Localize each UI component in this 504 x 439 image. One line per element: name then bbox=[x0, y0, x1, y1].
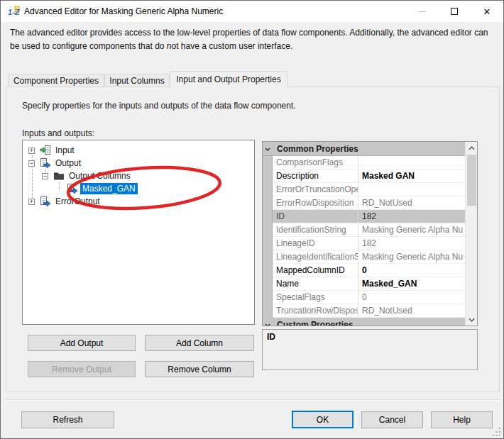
property-name: TruncationRowDisposi bbox=[273, 304, 358, 318]
property-value[interactable]: RD_NotUsed bbox=[358, 304, 465, 318]
masking-component-icon: 1-Z bbox=[8, 6, 20, 18]
resize-grip[interactable] bbox=[492, 427, 501, 436]
dialog-description: The advanced editor provides access to t… bbox=[10, 26, 498, 53]
tab-component-properties[interactable]: Component Properties bbox=[8, 74, 104, 87]
property-value[interactable]: 0 bbox=[358, 291, 465, 304]
property-name: Description bbox=[273, 170, 358, 183]
property-row-name[interactable]: NameMasked_GAN bbox=[263, 277, 465, 291]
scrollbar-thumb[interactable] bbox=[467, 155, 476, 206]
property-row-specialflags[interactable]: SpecialFlags0 bbox=[263, 291, 465, 304]
tree-item-label[interactable]: Input bbox=[53, 145, 77, 156]
collapse-chevron-icon[interactable] bbox=[263, 320, 273, 327]
tree-item-erroroutput[interactable]: +ErrorOutput bbox=[23, 195, 254, 208]
row-gutter bbox=[263, 170, 273, 183]
minimize-icon bbox=[418, 11, 426, 12]
scroll-up-icon[interactable] bbox=[466, 142, 478, 154]
property-name: ID bbox=[273, 210, 358, 223]
property-row-errorortruncationoper[interactable]: ErrorOrTruncationOper bbox=[263, 183, 465, 196]
property-row-description[interactable]: DescriptionMasked GAN bbox=[263, 170, 465, 183]
collapse-minus-icon[interactable]: − bbox=[28, 160, 35, 167]
ok-button[interactable]: OK bbox=[292, 411, 354, 428]
property-row-id[interactable]: ID182 bbox=[263, 210, 465, 223]
property-value[interactable]: 182 bbox=[358, 210, 465, 223]
tree-item-label[interactable]: ErrorOutput bbox=[53, 196, 102, 207]
tree-item-label[interactable]: Masked_GAN bbox=[80, 183, 138, 194]
cancel-button[interactable]: Cancel bbox=[361, 411, 423, 428]
row-gutter bbox=[263, 223, 273, 237]
remove-output-button: Remove Output bbox=[28, 361, 136, 377]
minimize-button bbox=[405, 1, 438, 22]
tree-item-output[interactable]: −Output bbox=[23, 157, 254, 170]
output-icon bbox=[40, 196, 51, 207]
titlebar[interactable]: 1-Z Advanced Editor for Masking Generic … bbox=[1, 1, 503, 22]
property-value[interactable]: Masking Generic Alpha Nu bbox=[358, 223, 465, 237]
property-value[interactable]: RD_NotUsed bbox=[358, 196, 465, 210]
page-instruction: Specify properties for the inputs and ou… bbox=[22, 101, 296, 111]
maximize-button[interactable] bbox=[438, 1, 471, 22]
selected-property-name: ID bbox=[267, 332, 473, 342]
folder-icon bbox=[53, 170, 65, 182]
tree-item-input[interactable]: +Input bbox=[23, 144, 254, 157]
help-button[interactable]: Help bbox=[431, 411, 493, 428]
tree-item-output-columns[interactable]: −Output Columns bbox=[23, 170, 254, 182]
property-row-lineageid[interactable]: LineageID182 bbox=[263, 237, 465, 250]
property-value[interactable]: Masking Generic Alpha Nu bbox=[358, 250, 465, 264]
property-row-mappedcolumnid[interactable]: MappedColumnID0 bbox=[263, 264, 465, 277]
row-gutter bbox=[263, 183, 273, 196]
property-value[interactable]: Masked_GAN bbox=[358, 277, 465, 291]
refresh-button[interactable]: Refresh bbox=[21, 411, 114, 428]
row-gutter bbox=[263, 210, 273, 223]
advanced-editor-dialog: 1-Z Advanced Editor for Masking Generic … bbox=[0, 0, 504, 439]
property-name: ComparisonFlags bbox=[273, 156, 358, 170]
scroll-down-icon[interactable] bbox=[466, 313, 478, 326]
svg-text:1-Z: 1-Z bbox=[8, 8, 20, 16]
property-row-identificationstring[interactable]: IdentificationStringMasking Generic Alph… bbox=[263, 223, 465, 237]
property-name: SpecialFlags bbox=[273, 291, 358, 304]
inputs-outputs-tree[interactable]: +Input−Output−Output ColumnsMasked_GAN+E… bbox=[22, 140, 255, 325]
close-icon: ✕ bbox=[483, 7, 491, 16]
expand-plus-icon[interactable]: + bbox=[28, 199, 35, 205]
row-gutter bbox=[263, 156, 273, 170]
collapse-chevron-icon[interactable] bbox=[263, 144, 273, 154]
row-gutter bbox=[263, 291, 273, 304]
property-value[interactable]: Masked GAN bbox=[358, 170, 465, 183]
property-grid[interactable]: Common Properties ComparisonFlagsDescrip… bbox=[262, 141, 478, 326]
window-title: Advanced Editor for Masking Generic Alph… bbox=[24, 6, 223, 16]
row-gutter bbox=[263, 237, 273, 250]
property-row-truncationrowdisposi[interactable]: TruncationRowDisposiRD_NotUsed bbox=[263, 304, 465, 318]
tab-input-output-properties[interactable]: Input and Output Properties bbox=[170, 71, 287, 87]
tree-item-label[interactable]: Output bbox=[53, 157, 83, 169]
property-row-lineageidentifications[interactable]: LineageIdentificationSMasking Generic Al… bbox=[263, 250, 465, 264]
add-output-button[interactable]: Add Output bbox=[28, 335, 136, 351]
output-icon bbox=[67, 183, 78, 194]
custom-properties-header[interactable]: Custom Properties bbox=[263, 318, 465, 326]
property-name: IdentificationString bbox=[273, 223, 358, 237]
add-column-button[interactable]: Add Column bbox=[145, 335, 254, 351]
property-value[interactable] bbox=[358, 183, 465, 196]
close-button[interactable]: ✕ bbox=[471, 1, 503, 22]
section-title: Custom Properties bbox=[273, 320, 353, 327]
section-title: Common Properties bbox=[273, 144, 358, 154]
grid-scrollbar[interactable] bbox=[465, 142, 477, 326]
property-name: ErrorRowDisposition bbox=[273, 196, 358, 210]
property-help-panel: ID bbox=[262, 329, 478, 370]
remove-column-button[interactable]: Remove Column bbox=[145, 361, 254, 377]
tree-item-label[interactable]: Output Columns bbox=[67, 170, 133, 182]
property-name: ErrorOrTruncationOper bbox=[273, 183, 358, 196]
property-value[interactable]: 182 bbox=[358, 237, 465, 250]
property-row-comparisonflags[interactable]: ComparisonFlags bbox=[263, 156, 465, 170]
maximize-icon bbox=[451, 8, 458, 15]
expand-plus-icon[interactable]: + bbox=[28, 148, 35, 154]
property-row-errorrowdisposition[interactable]: ErrorRowDispositionRD_NotUsed bbox=[263, 196, 465, 210]
property-rows: ComparisonFlagsDescriptionMasked GANErro… bbox=[263, 156, 477, 318]
property-value[interactable]: 0 bbox=[358, 264, 465, 277]
tree-caption: Inputs and outputs: bbox=[22, 128, 94, 138]
property-name: LineageID bbox=[273, 237, 358, 250]
property-name: LineageIdentificationS bbox=[273, 250, 358, 264]
property-value[interactable] bbox=[358, 156, 465, 170]
tree-item-masked-gan[interactable]: Masked_GAN bbox=[23, 182, 254, 195]
collapse-minus-icon[interactable]: − bbox=[42, 173, 48, 179]
common-properties-header[interactable]: Common Properties bbox=[263, 142, 465, 156]
tab-input-columns[interactable]: Input Columns bbox=[104, 74, 170, 87]
row-gutter bbox=[263, 196, 273, 210]
